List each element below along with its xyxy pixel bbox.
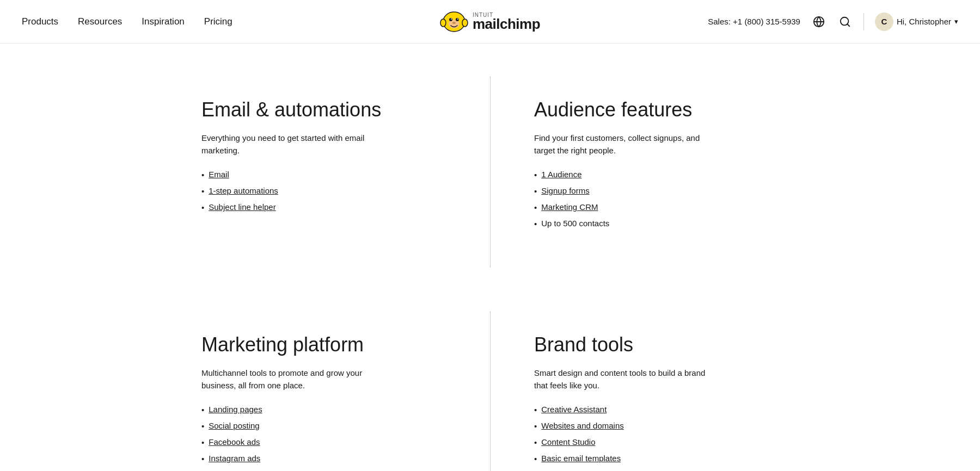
- user-menu[interactable]: C Hi, Christopher ▾: [875, 13, 958, 31]
- marketing-platform-desc: Multichannel tools to promote and grow y…: [201, 367, 387, 392]
- marketing-platform-title: Marketing platform: [201, 333, 457, 356]
- globe-icon[interactable]: [811, 14, 826, 29]
- bullet-icon: •: [201, 405, 204, 414]
- marketing-crm-link[interactable]: Marketing CRM: [541, 202, 598, 212]
- nav-left: ProductsResourcesInspirationPricing: [22, 16, 232, 27]
- nav-item-pricing[interactable]: Pricing: [204, 16, 232, 27]
- brand-tools-section: Brand tools Smart design and content too…: [490, 311, 779, 471]
- bullet-icon: •: [534, 170, 537, 179]
- list-item: • Content Studio: [534, 437, 779, 447]
- signup-forms-link[interactable]: Signup forms: [541, 186, 589, 195]
- user-greeting-text: Hi, Christopher: [897, 17, 951, 26]
- sales-number: Sales: +1 (800) 315-5939: [708, 17, 800, 26]
- automations-link[interactable]: 1-step automations: [209, 186, 278, 195]
- list-item: • Signup forms: [534, 186, 779, 196]
- marketing-platform-section: Marketing platform Multichannel tools to…: [201, 311, 490, 471]
- audience-features-title: Audience features: [534, 98, 779, 121]
- list-item: • Up to 500 contacts: [534, 219, 779, 228]
- nav-divider: [863, 13, 864, 30]
- list-item: • 1-step automations: [201, 186, 457, 196]
- svg-point-1: [440, 19, 446, 27]
- list-item: • Social posting: [201, 421, 457, 431]
- section-row-1: Email & automations Everything you need …: [201, 76, 779, 268]
- main-content: Email & automations Everything you need …: [0, 44, 980, 471]
- svg-line-12: [847, 24, 849, 26]
- nav-right: Sales: +1 (800) 315-5939 C Hi, Christoph…: [708, 13, 958, 31]
- list-item: • Creative Assistant: [534, 405, 779, 414]
- site-logo[interactable]: INTUIT mailchimp: [440, 8, 540, 36]
- mailchimp-chimp-icon: [440, 8, 468, 36]
- social-posting-link[interactable]: Social posting: [209, 421, 259, 430]
- websites-domains-link[interactable]: Websites and domains: [541, 421, 623, 430]
- subject-line-link[interactable]: Subject line helper: [209, 202, 275, 212]
- email-automations-links: • Email • 1-step automations • Subject l…: [201, 170, 457, 212]
- bullet-icon: •: [534, 203, 537, 212]
- bullet-icon: •: [201, 203, 204, 212]
- svg-point-8: [452, 22, 456, 24]
- svg-point-6: [451, 18, 452, 20]
- audience-features-section: Audience features Find your first custom…: [490, 76, 779, 268]
- bullet-icon: •: [534, 422, 537, 431]
- brand-tools-title: Brand tools: [534, 333, 779, 356]
- marketing-platform-links: • Landing pages • Social posting • Faceb…: [201, 405, 457, 471]
- bullet-icon: •: [201, 187, 204, 196]
- audience-features-desc: Find your first customers, collect signu…: [534, 132, 719, 157]
- contacts-text: Up to 500 contacts: [541, 219, 609, 228]
- chevron-down-icon: ▾: [954, 17, 958, 26]
- nav-item-resources[interactable]: Resources: [78, 16, 122, 27]
- email-link[interactable]: Email: [209, 170, 229, 179]
- bullet-icon: •: [201, 438, 204, 447]
- mailchimp-wordmark: mailchimp: [473, 17, 540, 31]
- list-item: • Subject line helper: [201, 202, 457, 212]
- list-item: • Instagram ads: [201, 454, 457, 463]
- list-item: • Facebook ads: [201, 437, 457, 447]
- instagram-ads-link[interactable]: Instagram ads: [209, 454, 260, 463]
- list-item: • Websites and domains: [534, 421, 779, 431]
- audience-features-links: • 1 Audience • Signup forms • Marketing …: [534, 170, 779, 228]
- audience-link[interactable]: 1 Audience: [541, 170, 581, 179]
- email-automations-section: Email & automations Everything you need …: [201, 76, 490, 268]
- list-item: • Basic email templates: [534, 454, 779, 463]
- content-studio-link[interactable]: Content Studio: [541, 437, 595, 447]
- email-automations-desc: Everything you need to get started with …: [201, 132, 387, 157]
- bullet-icon: •: [534, 438, 537, 447]
- bullet-icon: •: [534, 219, 537, 228]
- brand-tools-desc: Smart design and content tools to build …: [534, 367, 719, 392]
- site-header: ProductsResourcesInspirationPricing INTU…: [0, 0, 980, 44]
- facebook-ads-link[interactable]: Facebook ads: [209, 437, 260, 447]
- nav-item-products[interactable]: Products: [22, 16, 58, 27]
- svg-point-2: [462, 19, 468, 27]
- bullet-icon: •: [201, 422, 204, 431]
- list-item: • Email: [201, 170, 457, 179]
- section-row-2: Marketing platform Multichannel tools to…: [201, 311, 779, 471]
- list-item: • Landing pages: [201, 405, 457, 414]
- email-automations-title: Email & automations: [201, 98, 457, 121]
- svg-point-7: [457, 18, 458, 20]
- list-item: • 1 Audience: [534, 170, 779, 179]
- bullet-icon: •: [201, 170, 204, 179]
- nav-item-inspiration[interactable]: Inspiration: [142, 16, 184, 27]
- bullet-icon: •: [201, 454, 204, 463]
- bullet-icon: •: [534, 454, 537, 463]
- logo-text-group: INTUIT mailchimp: [473, 13, 540, 31]
- user-avatar: C: [875, 13, 893, 31]
- brand-tools-links: • Creative Assistant • Websites and doma…: [534, 405, 779, 463]
- svg-point-5: [456, 18, 459, 21]
- svg-point-4: [449, 18, 452, 21]
- list-item: • Marketing CRM: [534, 202, 779, 212]
- search-icon[interactable]: [837, 14, 853, 29]
- landing-pages-link[interactable]: Landing pages: [209, 405, 262, 414]
- bullet-icon: •: [534, 187, 537, 196]
- basic-email-templates-link[interactable]: Basic email templates: [541, 454, 621, 463]
- bullet-icon: •: [534, 405, 537, 414]
- creative-assistant-link[interactable]: Creative Assistant: [541, 405, 607, 414]
